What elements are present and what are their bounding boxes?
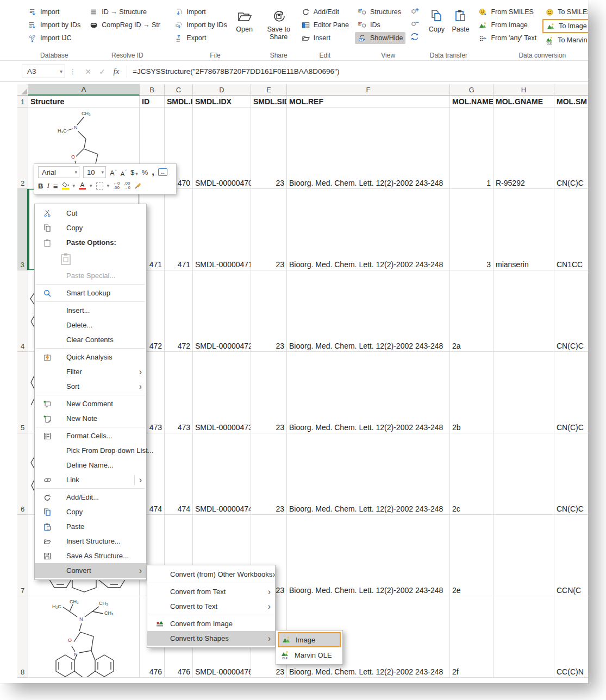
cell-e6[interactable]: 23 bbox=[251, 433, 287, 515]
cell-g6[interactable]: 2c bbox=[450, 433, 493, 515]
menu-item-new-comment[interactable]: New Comment bbox=[35, 396, 146, 411]
cell-f1[interactable]: MOL.REF bbox=[287, 96, 450, 108]
accounting-format-button[interactable]: $▾ bbox=[130, 168, 138, 176]
edit-insert-button[interactable]: Insert bbox=[298, 32, 352, 44]
cell-i2[interactable]: CN(C)C bbox=[554, 108, 588, 189]
format-painter-icon[interactable] bbox=[134, 182, 142, 190]
menu-item-convert-other-workbooks[interactable]: Convert (from) Other Workbooks› bbox=[147, 567, 275, 582]
cell-d6[interactable]: SMDL-00000474 bbox=[193, 433, 251, 515]
cell-g3[interactable]: 3 bbox=[450, 189, 493, 270]
cell-f2[interactable]: Bioorg. Med. Chem. Lett. 12(2)-2002 243-… bbox=[287, 108, 450, 189]
name-box[interactable]: A3 ▾ bbox=[22, 65, 65, 78]
row-header-8[interactable]: 8 bbox=[17, 596, 28, 678]
row-header-6[interactable]: 6 bbox=[17, 433, 28, 515]
cell-d3[interactable]: SMDL-00000471 bbox=[193, 189, 251, 270]
menu-item-pick-from-list[interactable]: Pick From Drop-down List... bbox=[35, 443, 146, 458]
cell-f6[interactable]: Bioorg. Med. Chem. Lett. 12(2)-2002 243-… bbox=[287, 433, 450, 515]
col-header-c[interactable]: C bbox=[165, 84, 193, 96]
cell-h5[interactable] bbox=[493, 352, 554, 433]
font-name-select[interactable]: Arial ▾ bbox=[38, 166, 79, 178]
cell-g8[interactable]: 2f bbox=[450, 596, 493, 678]
open-button[interactable]: Open bbox=[230, 5, 259, 52]
italic-button[interactable]: I bbox=[47, 181, 49, 190]
insert-function-button[interactable]: fx bbox=[109, 67, 123, 76]
select-all-corner[interactable] bbox=[17, 84, 28, 96]
view-ids-button[interactable]: ID IDs bbox=[355, 19, 405, 31]
row-header-1[interactable]: 1 bbox=[17, 96, 28, 108]
cell-e3[interactable]: 23 bbox=[251, 189, 287, 270]
formula-input[interactable]: =JCSYSStructure("2F78678B720F7DD161F0E11… bbox=[133, 67, 339, 75]
from-any-text-button[interactable]: From 'any' Text bbox=[476, 32, 539, 44]
row-header-3[interactable]: 3 bbox=[17, 189, 28, 270]
cell-i8[interactable]: CC(C)N bbox=[554, 596, 588, 678]
compreg-id-to-str-button[interactable]: CompReg ID → Str bbox=[86, 19, 163, 31]
fill-color-button[interactable] bbox=[62, 182, 69, 190]
enter-formula-icon[interactable]: ✓ bbox=[95, 67, 109, 76]
menu-item-copy[interactable]: Copy bbox=[35, 220, 146, 235]
cell-i7[interactable]: CCN(C bbox=[554, 515, 588, 596]
col-header-b[interactable]: B bbox=[140, 84, 165, 96]
row-header-7[interactable]: 7 bbox=[17, 515, 28, 596]
row-header-2[interactable]: 2 bbox=[17, 108, 28, 189]
menu-item-insert[interactable]: Insert... bbox=[35, 303, 146, 318]
data-transfer-copy-button[interactable]: Copy bbox=[424, 5, 448, 52]
cell-h6[interactable] bbox=[493, 433, 554, 515]
cell-e2[interactable]: 23 bbox=[251, 108, 287, 189]
menu-item-sort[interactable]: Sort› bbox=[35, 379, 146, 394]
cell-a8-structure[interactable]: H₃C CH₃ CH₃ CH₃ N O N bbox=[28, 596, 140, 678]
comma-style-button[interactable]: , bbox=[152, 167, 154, 178]
cell-f5[interactable]: Bioorg. Med. Chem. Lett. 12(2)-2002 243-… bbox=[287, 352, 450, 433]
menu-item-convert[interactable]: Convert› bbox=[35, 563, 146, 578]
cell-f3[interactable]: Bioorg. Med. Chem. Lett. 12(2)-2002 243-… bbox=[287, 189, 450, 270]
cell-d4[interactable]: SMDL-00000472 bbox=[193, 270, 251, 352]
col-header-h[interactable]: H bbox=[493, 84, 554, 96]
table-autofit-icon[interactable]: ↔ bbox=[158, 168, 167, 176]
cell-e1[interactable]: SMDL.SID bbox=[251, 96, 287, 108]
menu-item-save-as-structure[interactable]: Save As Structure... bbox=[35, 548, 146, 563]
menu-item-marvin-ole[interactable]: OLE Marvin OLE bbox=[278, 647, 341, 663]
menu-item-link[interactable]: Link › bbox=[35, 472, 146, 487]
shrink-font-button[interactable]: Aˇ bbox=[121, 167, 127, 176]
cancel-formula-icon[interactable]: ✕ bbox=[81, 67, 95, 76]
cell-i4[interactable]: CN(C)C bbox=[554, 270, 588, 352]
cell-c1[interactable]: SMDL.ID bbox=[165, 96, 193, 108]
row-header-5[interactable]: 5 bbox=[17, 352, 28, 433]
borders-button[interactable] bbox=[96, 182, 103, 190]
menu-item-add-edit-structure[interactable]: Add/Edit... bbox=[35, 490, 146, 504]
menu-item-paste-structure[interactable]: Paste bbox=[35, 519, 146, 534]
menu-item-convert-to-shapes[interactable]: Convert to Shapes› bbox=[147, 631, 275, 646]
sync-icon-button[interactable] bbox=[409, 31, 420, 41]
row-header-4[interactable]: 4 bbox=[17, 270, 28, 352]
cell-c6[interactable]: 474 bbox=[165, 433, 193, 515]
data-transfer-paste-button[interactable]: Paste bbox=[448, 5, 472, 52]
font-size-select[interactable]: 10 ▾ bbox=[83, 166, 106, 178]
cell-i5[interactable]: CN(C)C bbox=[554, 352, 588, 433]
col-header-f[interactable]: F bbox=[287, 84, 450, 96]
save-to-share-button[interactable]: Save to Share bbox=[263, 5, 295, 52]
cell-g4[interactable]: 2a bbox=[450, 270, 493, 352]
cell-i3[interactable]: CN1CC bbox=[554, 189, 588, 270]
file-export-button[interactable]: Export bbox=[171, 32, 229, 44]
menu-item-clear-contents[interactable]: Clear Contents bbox=[35, 332, 146, 347]
cell-d5[interactable]: SMDL-00000473 bbox=[193, 352, 251, 433]
cell-c5[interactable]: 473 bbox=[165, 352, 193, 433]
col-header-a[interactable]: A bbox=[28, 84, 140, 96]
cell-i1[interactable]: MOL.SM bbox=[554, 96, 588, 108]
cell-g7[interactable]: 2e bbox=[450, 515, 493, 596]
cell-h1[interactable]: MOL.GNAME bbox=[493, 96, 554, 108]
to-marvin-ole-button[interactable]: OLE To Marvin OLE bbox=[542, 34, 588, 46]
menu-item-new-note[interactable]: New Note bbox=[35, 411, 146, 426]
to-smiles-button[interactable]: To SMILES bbox=[542, 6, 588, 18]
cell-i6[interactable]: CN(C)C bbox=[554, 433, 588, 515]
cell-b1[interactable]: ID bbox=[140, 96, 165, 108]
view-structures-button[interactable]: ID Structures bbox=[355, 6, 405, 18]
menu-item-format-cells[interactable]: Format Cells... bbox=[35, 428, 146, 443]
menu-item-delete[interactable]: Delete... bbox=[35, 318, 146, 332]
increase-decimal-button[interactable]: .00 →0 bbox=[124, 181, 130, 190]
to-image-button[interactable]: To Image bbox=[543, 20, 588, 32]
db-import-ijc-button[interactable]: Import IJC bbox=[25, 32, 83, 44]
col-header-g[interactable]: G bbox=[450, 84, 493, 96]
cell-g2[interactable]: 1 bbox=[450, 108, 493, 189]
cell-e5[interactable]: 23 bbox=[251, 352, 287, 433]
cell-e4[interactable]: 23 bbox=[251, 270, 287, 352]
